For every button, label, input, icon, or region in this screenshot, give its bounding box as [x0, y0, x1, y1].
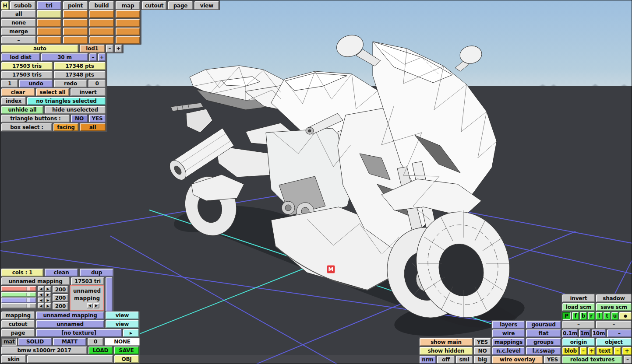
save-button[interactable]: SAVE	[114, 346, 139, 354]
mappings-button[interactable]: mappings	[492, 338, 525, 346]
color-slider-blue[interactable]	[1, 298, 36, 303]
nrm-big-button[interactable]: big	[474, 356, 491, 364]
groups-button[interactable]: groups	[526, 338, 561, 346]
skin-button[interactable]: skin	[1, 355, 26, 363]
page-next-button[interactable]: ▶	[123, 329, 139, 337]
layers-dash2-button[interactable]: –	[596, 321, 632, 329]
red-increment-button[interactable]: ▶	[45, 286, 51, 291]
hide-unselected-button[interactable]: hide unselected	[45, 106, 106, 114]
load-scm-button[interactable]: load scm	[562, 303, 595, 311]
tab-page[interactable]: page	[168, 1, 193, 10]
channel-value-g[interactable]: 200	[53, 294, 68, 301]
skin-name-field[interactable]	[27, 355, 113, 363]
subob-cell[interactable]	[116, 36, 140, 44]
mapping-marker[interactable]: M	[327, 265, 335, 273]
view-l-button[interactable]: l	[596, 312, 603, 320]
show-hidden-button[interactable]: show hidden	[420, 347, 473, 355]
select-all-button[interactable]: select all	[36, 88, 69, 96]
index-button[interactable]: index	[1, 97, 26, 105]
tab-subob[interactable]: subob	[10, 1, 35, 10]
subob-minus-button[interactable]: –	[1, 36, 36, 44]
blue-decrement-button[interactable]: ◀	[38, 298, 44, 303]
view-b-button[interactable]: b	[580, 312, 587, 320]
mapping-next-button[interactable]: ▶	[93, 303, 99, 308]
subob-cell[interactable]	[63, 19, 88, 27]
mapping-view-button[interactable]: view	[106, 312, 139, 319]
load-button[interactable]: LOAD	[88, 346, 113, 354]
grid-10m-button[interactable]: 10m	[592, 329, 606, 337]
triangle-buttons-no[interactable]: NO	[71, 115, 88, 122]
lod-dist-plus-button[interactable]: +	[98, 53, 106, 61]
unhide-all-button[interactable]: unhide all	[1, 106, 43, 114]
gray-decrement-button[interactable]: ◀	[38, 303, 44, 308]
subob-cell[interactable]	[89, 19, 114, 27]
subob-cell[interactable]	[89, 10, 114, 18]
mapping-scrollbar[interactable]	[106, 277, 113, 312]
tab-view[interactable]: view	[194, 1, 219, 10]
tab-point[interactable]: point	[63, 1, 88, 10]
subob-cell[interactable]	[89, 28, 114, 35]
show-main-button[interactable]: show main	[420, 338, 473, 346]
text-minus-button[interactable]: –	[614, 347, 621, 355]
invert-selection-button[interactable]: invert	[71, 88, 106, 96]
lod-plus-button[interactable]: +	[115, 45, 122, 52]
subob-cell-selected[interactable]	[37, 10, 61, 18]
mat-matt-button[interactable]: MATT	[53, 338, 86, 346]
cols-button[interactable]: cols : 1	[1, 269, 43, 276]
reload-textures-button[interactable]: reload textures	[562, 356, 622, 364]
home-button[interactable]: H	[1, 1, 9, 10]
subob-all-button[interactable]: all	[1, 10, 36, 18]
subob-cell[interactable]	[37, 36, 61, 44]
view-dot-button[interactable]: ●	[619, 312, 632, 320]
layers-button[interactable]: layers	[492, 321, 525, 329]
blob-button[interactable]: blob	[562, 347, 579, 355]
wire-overlay-value[interactable]: YES	[544, 356, 561, 364]
mat-solid-button[interactable]: SOLID	[18, 338, 52, 346]
color-slider-green[interactable]	[1, 292, 36, 297]
cutout-row-label[interactable]: cutout	[1, 320, 35, 328]
selected-mapping-box[interactable]: unnamed mapping ◀ ▶	[70, 285, 104, 311]
nrm-sml-button[interactable]: sml	[456, 356, 473, 364]
subob-cell[interactable]	[116, 28, 140, 35]
mapping-name-button[interactable]: unnamed mapping	[1, 277, 70, 285]
gray-increment-button[interactable]: ▶	[45, 303, 51, 308]
view-p-button[interactable]: P	[562, 312, 571, 320]
page-row-label[interactable]: page	[1, 329, 35, 337]
redo-button[interactable]: redo	[54, 80, 87, 88]
blob-minus-button[interactable]: –	[580, 347, 587, 355]
view-r-button[interactable]: r	[588, 312, 595, 320]
channel-value-r[interactable]: 200	[53, 286, 68, 293]
show-hidden-value[interactable]: NO	[474, 347, 491, 355]
subob-cell[interactable]	[63, 28, 88, 35]
subob-cell[interactable]	[37, 28, 61, 35]
origin-button[interactable]: origin	[562, 338, 595, 346]
wire-button[interactable]: wire	[492, 329, 525, 337]
nrm-off-button[interactable]: off	[437, 356, 455, 364]
file-name-field[interactable]: bmw s1000rr 2017	[1, 346, 87, 354]
nrm-button[interactable]: nrm	[420, 356, 436, 364]
flat-button[interactable]: flat	[526, 329, 561, 337]
clear-button[interactable]: clear	[1, 88, 35, 96]
grid-0_1m-button[interactable]: 0.1m	[562, 329, 578, 337]
view-t-button[interactable]: t	[604, 312, 611, 320]
box-select-facing[interactable]: facing	[53, 123, 78, 131]
red-decrement-button[interactable]: ◀	[38, 286, 44, 291]
grid-1m-button[interactable]: 1m	[579, 329, 590, 337]
subob-cell[interactable]	[116, 19, 140, 27]
lod-dist-minus-button[interactable]: –	[89, 53, 97, 61]
mapping-row-value[interactable]: unnamed mapping	[36, 312, 104, 319]
tab-cutout[interactable]: cutout	[142, 1, 166, 10]
blue-increment-button[interactable]: ▶	[45, 298, 51, 303]
view-f-button[interactable]: f	[572, 312, 579, 320]
blob-plus-button[interactable]: +	[588, 347, 595, 355]
subob-cell[interactable]	[63, 36, 88, 44]
subob-merge-button[interactable]: merge	[1, 28, 36, 35]
tab-tri[interactable]: tri	[37, 1, 61, 10]
text-plus-button[interactable]: +	[622, 347, 632, 355]
mapping-row-label[interactable]: mapping	[1, 312, 35, 319]
cutout-row-value[interactable]: unnamed	[36, 320, 104, 328]
green-increment-button[interactable]: ▶	[45, 292, 51, 297]
mat-texture-button[interactable]: NONE	[105, 338, 140, 346]
clean-button[interactable]: clean	[45, 269, 78, 276]
page-row-value[interactable]: [no texture]	[36, 329, 122, 337]
